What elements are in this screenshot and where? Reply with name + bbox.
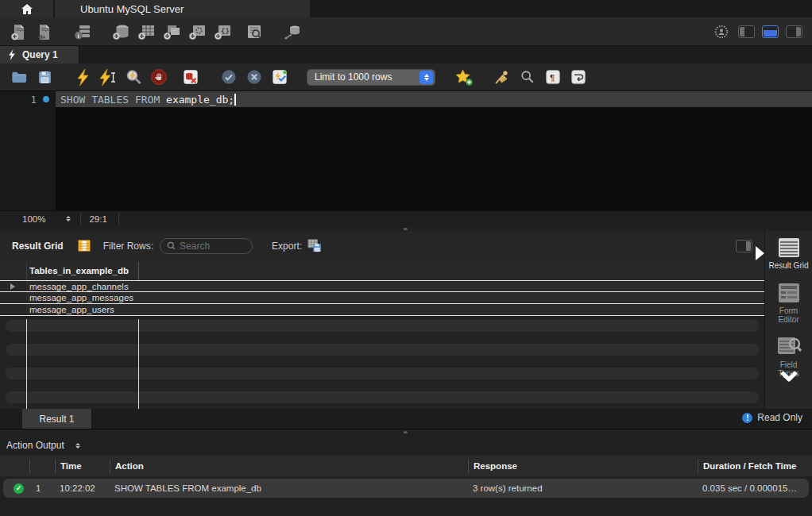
table-row[interactable]: message_app_users (0, 304, 764, 316)
splitter-grip (404, 431, 408, 433)
inspector-button[interactable]: i (73, 22, 92, 41)
connection-tab[interactable]: Ubuntu MySQL Server (55, 0, 311, 17)
select-stepper-icon (420, 71, 433, 84)
row-gutter[interactable] (0, 281, 26, 291)
row-gutter[interactable] (0, 304, 26, 315)
row-gutter[interactable] (0, 292, 26, 303)
grid-options-button[interactable] (75, 237, 94, 256)
limit-rows-select[interactable]: Limit to 1000 rows (307, 69, 435, 86)
reconnect-icon (283, 23, 302, 40)
sql-editor[interactable]: SHOW TABLES FROM example_db; 1 (0, 91, 812, 210)
create-table-button[interactable] (137, 22, 156, 41)
action-output-header: Action Output (0, 435, 812, 456)
svg-text:¶: ¶ (550, 72, 555, 83)
pilcrow-icon: ¶ (546, 70, 560, 84)
save-script-button[interactable] (35, 67, 54, 87)
result-grid-toolbar: Result Grid Filter Rows: Export: (0, 231, 764, 260)
save-icon (37, 70, 52, 85)
result-tab-bar: Result 1 ! Read Only (0, 409, 812, 429)
duration-cell: 0.035 sec / 0.000015… (698, 483, 809, 493)
find-button[interactable] (518, 67, 537, 87)
commit-button[interactable] (219, 67, 238, 87)
table-cell[interactable]: message_app_channels (26, 281, 138, 291)
connection-tab-label: Ubuntu MySQL Server (80, 3, 184, 15)
main-toolbar: SQL SQL i {} (0, 17, 812, 46)
open-sql-file-icon: SQL (36, 23, 53, 40)
time-column-header[interactable]: Time (55, 459, 110, 473)
preferences-badge-button[interactable] (712, 22, 731, 41)
search-input[interactable] (180, 241, 243, 252)
filter-rows-label: Filter Rows: (103, 241, 153, 252)
export-button[interactable] (305, 237, 324, 256)
server-info-icon: i (74, 23, 91, 40)
action-column-header[interactable]: Action (110, 459, 468, 473)
execute-script-button[interactable] (73, 67, 92, 87)
table-row[interactable]: message_app_messages (0, 292, 764, 304)
explain-plan-button[interactable] (124, 67, 143, 87)
search-table-data-button[interactable] (245, 22, 264, 41)
explain-magnifier-icon (126, 69, 142, 86)
stop-on-error-icon (183, 69, 199, 85)
table-row[interactable]: message_app_channels (0, 280, 764, 292)
action-output-row[interactable]: ✓ 1 10:22:02 SHOW TABLES FROM example_db… (3, 479, 809, 498)
rollback-button[interactable] (245, 67, 264, 87)
add-snippet-button[interactable] (454, 67, 474, 87)
tab-query-1[interactable]: Query 1 (0, 46, 79, 64)
empty-rows-area (0, 320, 764, 409)
tab-result-1[interactable]: Result 1 (22, 409, 92, 429)
toggle-bottom-panel-button[interactable] (762, 25, 779, 38)
folder-icon (11, 70, 27, 84)
toggle-invisibles-button[interactable]: ¶ (543, 67, 563, 87)
filter-search-box[interactable] (160, 238, 253, 254)
new-function-icon: {} (214, 23, 232, 40)
toggle-word-wrap-button[interactable] (569, 67, 588, 87)
table-cell[interactable]: message_app_messages (26, 292, 138, 303)
response-column-header[interactable]: Response (468, 459, 698, 473)
info-icon: ! (742, 413, 752, 423)
toggle-left-panel-button[interactable] (738, 25, 755, 38)
splitter-results-output[interactable] (0, 429, 812, 435)
zoom-stepper[interactable] (66, 216, 71, 221)
index-column (29, 459, 55, 473)
side-panel-item-field-types[interactable]: Field Types (769, 336, 809, 382)
field-types-icon (776, 336, 802, 358)
open-script-button[interactable] (10, 67, 29, 87)
splitter-grip (404, 228, 408, 230)
query-tab-bar: Query 1 (0, 46, 812, 64)
side-panel-item-form-editor[interactable]: Form Editor (769, 282, 809, 325)
table-cell[interactable]: message_app_users (26, 304, 138, 315)
execute-statement-button[interactable] (99, 67, 118, 87)
toggle-right-panel-button[interactable] (786, 25, 802, 38)
home-tab[interactable] (0, 0, 54, 17)
new-table-icon (137, 23, 156, 40)
side-panel-item-result-grid[interactable]: Result Grid (769, 237, 809, 271)
reconnect-dbms-button[interactable] (283, 22, 302, 41)
create-function-button[interactable]: {} (213, 22, 232, 41)
create-view-button[interactable] (162, 22, 181, 41)
toggle-grid-side-panel-button[interactable] (736, 240, 752, 252)
stop-hand-icon (151, 69, 167, 85)
action-output-panel: Action Output Time Action Response Durat… (0, 435, 812, 516)
toggle-stop-on-error-button[interactable] (181, 67, 200, 87)
toggle-autocommit-button[interactable] (270, 67, 289, 87)
beautify-query-button[interactable] (493, 67, 512, 87)
open-sql-script-button[interactable]: SQL (35, 22, 54, 41)
export-recordset-icon (307, 239, 322, 252)
grid-column-header[interactable]: Tables_in_example_db (0, 260, 764, 280)
stop-query-button[interactable] (149, 67, 168, 87)
duration-column-header[interactable]: Duration / Fetch Time (698, 459, 812, 473)
create-procedure-button[interactable] (188, 22, 207, 41)
output-selector-stepper[interactable] (75, 443, 80, 449)
chevron-down-icon[interactable] (779, 371, 799, 382)
current-row-arrow-icon (10, 283, 15, 290)
grid-rows: message_app_channels message_app_message… (0, 280, 764, 316)
execute-statement-icon (100, 69, 116, 86)
line-number: 1 (0, 94, 37, 106)
editor-gutter (0, 91, 56, 210)
grid-columns-icon (78, 240, 91, 252)
new-query-tab-button[interactable]: SQL (10, 22, 29, 41)
create-schema-button[interactable] (111, 22, 130, 41)
column-header-label: Tables_in_example_db (29, 266, 129, 275)
caret-position: 29:1 (89, 214, 106, 224)
editor-status-bar: 100% 29:1 (0, 210, 812, 226)
